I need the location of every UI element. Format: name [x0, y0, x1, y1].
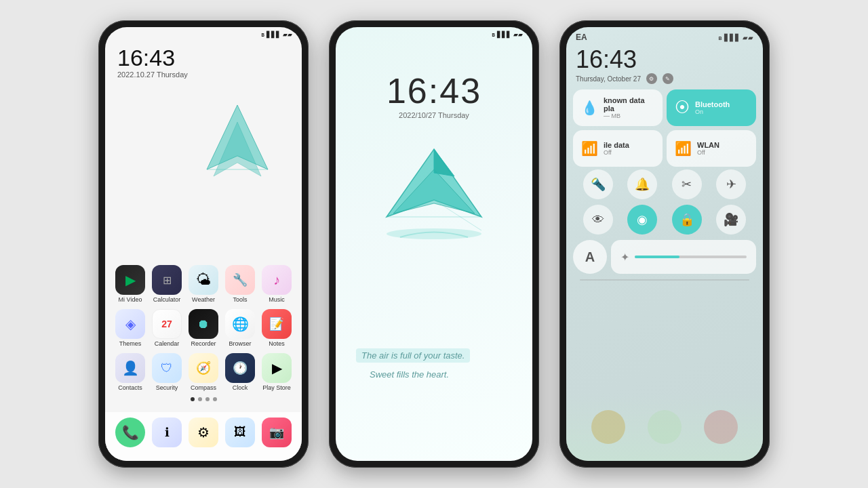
app-label-contacts: Contacts: [118, 385, 142, 392]
app-calendar[interactable]: 27 Calendar: [149, 309, 185, 348]
status-icons-2: ʙ ▋▋▋ ▰▰: [492, 31, 523, 38]
dock-photos-icon[interactable]: 🖼: [225, 418, 255, 447]
app-clock[interactable]: 🕐 Clock: [222, 353, 258, 392]
cc-bluetooth-icon: ʙ: [718, 34, 722, 41]
bluetooth-icon: ʙ: [261, 31, 264, 38]
app-playstore[interactable]: ▶ Play Store: [258, 353, 295, 392]
app-icon-compass[interactable]: 🧭: [189, 353, 218, 383]
home-clock: 16:43 2022.10.27 Thursday: [105, 39, 302, 82]
status-icons-1: ʙ ▋▋▋ ▰▰: [261, 31, 292, 38]
cc-tile-mobile[interactable]: 📶 ile data Off: [573, 130, 663, 167]
app-icon-weather[interactable]: 🌤: [189, 265, 218, 295]
status-bar-1: ʙ ▋▋▋ ▰▰: [105, 27, 302, 39]
lock-text-line1: The air is full of your taste.: [356, 348, 470, 363]
app-icon-contacts[interactable]: 👤: [115, 353, 145, 383]
lock-time: 16:43: [336, 73, 532, 108]
teal-decoration: [200, 102, 275, 192]
page-dots: [112, 397, 295, 401]
battery-icon-2: ▰▰: [513, 31, 523, 38]
home-time: 16:43: [117, 46, 290, 69]
cc-settings-icon[interactable]: ⚙: [646, 73, 657, 84]
app-icon-calculator[interactable]: ⊞: [152, 265, 182, 295]
app-notes[interactable]: 📝 Notes: [258, 309, 295, 348]
bell-button[interactable]: 🔔: [627, 169, 657, 199]
app-label-calculator: Calculator: [153, 297, 181, 304]
app-icon-tools[interactable]: 🔧: [225, 265, 255, 295]
app-icon-recorder[interactable]: ⏺: [189, 309, 218, 339]
signal-icon: ▋▋▋: [267, 31, 281, 38]
cc-tile-wlan-label: WLAN: [697, 141, 719, 149]
app-compass[interactable]: 🧭 Compass: [185, 353, 222, 392]
cc-tile-data[interactable]: 💧 known data pla — MB: [573, 89, 663, 126]
cc-tile-wlan[interactable]: 📶 WLAN Off: [667, 130, 756, 167]
brightness-control[interactable]: ✦: [611, 240, 756, 274]
app-mivideo[interactable]: ▶ Mi Video: [112, 265, 149, 304]
lock-quote-line1: The air is full of your taste. Sweet fil…: [356, 348, 512, 380]
app-icon-clock[interactable]: 🕐: [225, 353, 255, 383]
bluetooth-icon-2: ʙ: [492, 31, 495, 38]
lock-clock: 16:43 2022/10/27 Thursday: [336, 39, 532, 119]
cc-app-preview: [566, 393, 763, 461]
cc-tile-bluetooth-label: Bluetooth: [695, 100, 730, 108]
app-icon-themes[interactable]: ◈: [115, 309, 145, 339]
app-icon-mivideo[interactable]: ▶: [115, 265, 145, 295]
app-browser[interactable]: 🌐 Browser: [222, 309, 258, 348]
app-row-3: 👤 Contacts 🛡 Security 🧭 Compass: [112, 353, 295, 392]
cc-status-bar: EA ʙ ▋▋▋ ▰▰: [566, 27, 763, 45]
dock-settings[interactable]: ⚙: [185, 418, 222, 449]
cc-tile-row-2: 📶 ile data Off 📶 WLAN Off: [573, 130, 756, 167]
dock-info[interactable]: ℹ: [149, 418, 185, 449]
phone-3: EA ʙ ▋▋▋ ▰▰ 16:43 Thursday, October 27 ⚙…: [559, 20, 770, 468]
app-icon-notes[interactable]: 📝: [262, 309, 292, 339]
app-label-mivideo: Mi Video: [119, 297, 142, 304]
cc-tile-wlan-sub: Off: [697, 149, 719, 156]
dock-info-icon[interactable]: ℹ: [152, 418, 182, 447]
app-recorder[interactable]: ⏺ Recorder: [185, 309, 222, 348]
app-icon-music[interactable]: ♪: [262, 265, 292, 295]
dock-camera-icon[interactable]: 📷: [262, 418, 292, 447]
dock-phone[interactable]: 📞: [112, 418, 149, 449]
cc-edit-icon[interactable]: ✎: [663, 73, 673, 84]
cc-tile-bluetooth[interactable]: ⦿ Bluetooth On: [667, 89, 756, 126]
cc-icon-row-2: 👁 ◉ 🔒 🎥: [566, 202, 763, 237]
video-button[interactable]: 🎥: [716, 205, 746, 235]
flashlight-button[interactable]: 🔦: [583, 169, 613, 199]
app-preview-dot-1: [591, 410, 625, 444]
dock-camera[interactable]: 📷: [258, 418, 295, 449]
control-center-screen: EA ʙ ▋▋▋ ▰▰ 16:43 Thursday, October 27 ⚙…: [566, 27, 763, 461]
cc-signal-icon: ▋▋▋: [724, 34, 741, 41]
font-size-button[interactable]: A: [573, 240, 607, 274]
lock-rotation-button[interactable]: 🔒: [672, 205, 702, 235]
app-music[interactable]: ♪ Music: [258, 265, 295, 304]
app-icon-playstore[interactable]: ▶: [262, 353, 292, 383]
app-icon-calendar[interactable]: 27: [152, 309, 182, 339]
cc-tile-row-1: 💧 known data pla — MB ⦿ Bluetooth On: [573, 89, 756, 126]
app-label-playstore: Play Store: [262, 385, 291, 392]
app-themes[interactable]: ◈ Themes: [112, 309, 149, 348]
location-button[interactable]: ◉: [627, 205, 657, 235]
cc-separator: [580, 279, 749, 281]
brightness-track: [635, 256, 747, 258]
data-icon: 💧: [581, 100, 598, 116]
airplane-button[interactable]: ✈: [716, 169, 746, 199]
app-weather[interactable]: 🌤 Weather: [185, 265, 222, 304]
status-bar-2: ʙ ▋▋▋ ▰▰: [336, 27, 532, 39]
app-icon-security[interactable]: 🛡: [152, 353, 182, 383]
app-label-recorder: Recorder: [191, 341, 216, 348]
cc-time-area: 16:43 Thursday, October 27 ⚙ ✎: [566, 45, 763, 89]
app-label-browser: Browser: [229, 341, 251, 348]
app-contacts[interactable]: 👤 Contacts: [112, 353, 149, 392]
app-icon-browser[interactable]: 🌐: [225, 309, 255, 339]
app-preview-dot-3: [704, 410, 738, 444]
eye-button[interactable]: 👁: [583, 205, 613, 235]
signal-icon-2: ▋▋▋: [497, 31, 511, 38]
dock-photos[interactable]: 🖼: [222, 418, 258, 449]
app-calculator[interactable]: ⊞ Calculator: [149, 265, 185, 304]
dock-settings-icon[interactable]: ⚙: [189, 418, 218, 447]
app-security[interactable]: 🛡 Security: [149, 353, 185, 392]
dock-phone-icon[interactable]: 📞: [115, 418, 145, 447]
lock-quote: The air is full of your taste. Sweet fil…: [356, 348, 512, 380]
app-tools[interactable]: 🔧 Tools: [222, 265, 258, 304]
cc-tile-bluetooth-sub: On: [695, 108, 730, 115]
crop-button[interactable]: ✂: [672, 169, 702, 199]
